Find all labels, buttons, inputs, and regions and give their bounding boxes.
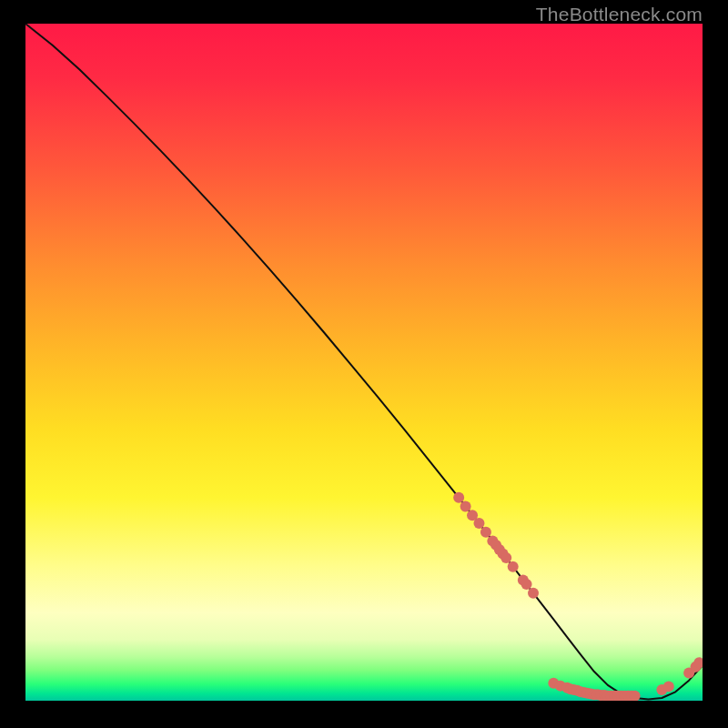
chart-stage: TheBottleneck.com <box>0 0 728 728</box>
curve-layer <box>25 24 703 701</box>
curve-marker <box>663 681 674 692</box>
attribution-text: TheBottleneck.com <box>536 4 703 25</box>
plot-area <box>25 24 703 701</box>
curve-marker <box>460 500 471 511</box>
curve-marker <box>500 552 511 563</box>
curve-marker <box>528 588 539 599</box>
curve-marker <box>480 527 491 538</box>
curve-markers <box>453 492 703 701</box>
curve-marker <box>521 579 532 590</box>
curve-marker <box>453 492 464 503</box>
curve-marker <box>508 561 519 572</box>
bottleneck-curve <box>25 24 703 700</box>
curve-marker <box>473 518 484 529</box>
